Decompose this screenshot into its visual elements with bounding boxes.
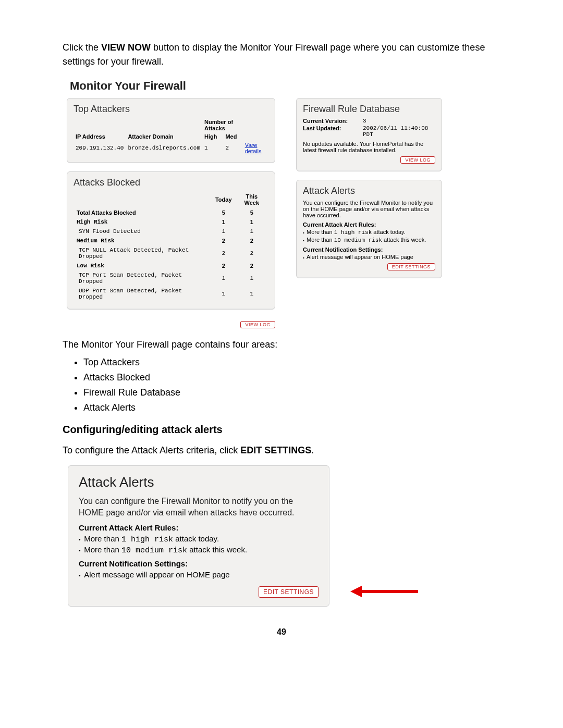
alert-rule-item: More than 1 high risk attack today.: [303, 229, 435, 236]
config-heading: Configuring/editing attack alerts: [63, 424, 500, 436]
view-now-ref: VIEW NOW: [101, 42, 151, 53]
attacks-blocked-title: Attacks Blocked: [74, 177, 268, 188]
table-row: TCP Port Scan Detected, Packet Dropped 1…: [74, 270, 268, 286]
top-attackers-panel: Top Attackers Number of Attacks IP Addre…: [67, 98, 275, 163]
table-row: UDP Port Scan Detected, Packet Dropped 1…: [74, 286, 268, 302]
areas-intro: The Monitor Your Firewall page contains …: [63, 338, 500, 352]
table-row: TCP NULL Attack Detected, Packet Dropped…: [74, 245, 268, 261]
db-note: No updates available. Your HomePortal ha…: [303, 141, 435, 153]
list-item: Attacks Blocked: [83, 372, 500, 383]
col-ip: IP Address: [74, 132, 126, 141]
edit-settings-button[interactable]: EDIT SETTINGS: [387, 263, 435, 270]
table-row: SYN Flood Detected 1 1: [74, 227, 268, 236]
top-attackers-title: Top Attackers: [74, 104, 268, 115]
table-row: Total Attacks Blocked 5 5: [74, 208, 268, 217]
version-value: 3: [363, 118, 435, 124]
alerts-desc: You can configure the Firewall Monitor t…: [303, 200, 435, 218]
attack-alerts-title: Attack Alerts: [303, 186, 435, 196]
view-log-button[interactable]: VIEW LOG: [400, 156, 435, 164]
firewall-rule-db-title: Firewall Rule Database: [303, 104, 435, 115]
intro-text: Click the VIEW NOW button to display the…: [63, 41, 500, 69]
notif-settings-label: Current Notification Settings:: [79, 559, 319, 568]
alert-rule-item: More than 10 medium risk attack this wee…: [79, 545, 319, 555]
page-number: 49: [63, 627, 500, 637]
col-today: Today: [212, 191, 235, 208]
col-med: Med: [223, 132, 242, 141]
list-item: Attack Alerts: [83, 402, 500, 413]
edit-settings-button[interactable]: EDIT SETTINGS: [259, 586, 319, 598]
updated-value: 2002/06/11 11:40:08 PDT: [363, 125, 435, 138]
attack-alerts-large-panel: Attack Alerts You can configure the Fire…: [68, 465, 329, 607]
alert-rule-item: More than 1 high risk attack today.: [79, 534, 319, 544]
version-label: Current Version:: [303, 118, 358, 124]
config-line: To configure the Attack Alerts criteria,…: [63, 445, 500, 456]
col-this-week: This Week: [235, 191, 268, 208]
alert-rules-label: Current Attack Alert Rules:: [303, 221, 435, 228]
attack-alerts-large-desc: You can configure the Firewall Monitor t…: [79, 496, 319, 518]
list-item: Top Attackers: [83, 357, 500, 368]
firewall-rule-db-panel: Firewall Rule Database Current Version: …: [296, 98, 442, 171]
col-domain: Attacker Domain: [126, 132, 202, 141]
table-row: High Risk 1 1: [74, 217, 268, 227]
table-row: 209.191.132.40 bronze.dslreports.com 1 2…: [74, 141, 268, 155]
notif-item: Alert message will appear on HOME page: [79, 570, 319, 579]
alert-rule-item: More than 10 medium risk attack this wee…: [303, 237, 435, 243]
attacks-blocked-panel: Attacks Blocked Today This Week Total At…: [67, 171, 275, 310]
notif-item: Alert message will appear on HOME page: [303, 254, 435, 260]
attack-alerts-panel: Attack Alerts You can configure the Fire…: [296, 180, 442, 278]
attack-alerts-large-title: Attack Alerts: [79, 474, 319, 490]
view-details-link[interactable]: View details: [245, 142, 262, 154]
view-log-button[interactable]: VIEW LOG: [240, 321, 275, 328]
arrow-icon: [350, 587, 418, 596]
page-title: Monitor Your Firewall: [70, 79, 500, 93]
updated-label: Last Updated:: [303, 125, 358, 138]
list-item: Firewall Rule Database: [83, 387, 500, 398]
notif-settings-label: Current Notification Settings:: [303, 246, 435, 253]
table-row: Low Risk 2 2: [74, 261, 268, 270]
areas-list: Top Attackers Attacks Blocked Firewall R…: [83, 357, 500, 413]
table-row: Medium Risk 2 2: [74, 236, 268, 245]
attacks-group-header: Number of Attacks: [202, 118, 243, 132]
col-high: High: [202, 132, 223, 141]
alert-rules-label: Current Attack Alert Rules:: [79, 523, 319, 532]
